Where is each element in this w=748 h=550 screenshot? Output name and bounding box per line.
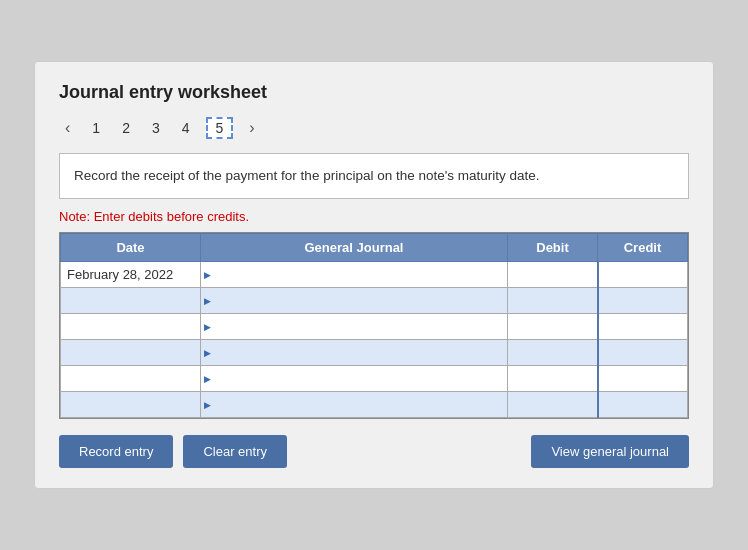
journal-cell-5[interactable] <box>201 366 508 392</box>
journal-cell-3[interactable] <box>201 314 508 340</box>
journal-table-wrapper: Date General Journal Debit Credit Februa… <box>59 232 689 419</box>
credit-cell-4[interactable] <box>598 340 688 366</box>
debit-cell-6[interactable] <box>508 392 598 418</box>
journal-cell-1[interactable] <box>201 262 508 288</box>
date-cell-3[interactable] <box>61 314 201 340</box>
prev-arrow[interactable]: ‹ <box>59 117 76 139</box>
journal-table: Date General Journal Debit Credit Februa… <box>60 233 688 418</box>
header-debit: Debit <box>508 234 598 262</box>
table-row <box>61 314 688 340</box>
date-cell-6[interactable] <box>61 392 201 418</box>
page-2[interactable]: 2 <box>116 118 136 138</box>
credit-cell-3[interactable] <box>598 314 688 340</box>
page-3[interactable]: 3 <box>146 118 166 138</box>
table-row <box>61 340 688 366</box>
debit-cell-3[interactable] <box>508 314 598 340</box>
description-text: Record the receipt of the payment for th… <box>74 168 540 183</box>
debit-cell-4[interactable] <box>508 340 598 366</box>
page-title: Journal entry worksheet <box>59 82 689 103</box>
date-cell-5[interactable] <box>61 366 201 392</box>
date-cell-2[interactable] <box>61 288 201 314</box>
pagination: ‹ 1 2 3 4 5 › <box>59 117 689 139</box>
page-1[interactable]: 1 <box>86 118 106 138</box>
table-row <box>61 392 688 418</box>
journal-cell-4[interactable] <box>201 340 508 366</box>
next-arrow[interactable]: › <box>243 117 260 139</box>
debit-cell-1[interactable] <box>508 262 598 288</box>
journal-cell-2[interactable] <box>201 288 508 314</box>
credit-cell-6[interactable] <box>598 392 688 418</box>
view-general-journal-button[interactable]: View general journal <box>531 435 689 468</box>
record-entry-button[interactable]: Record entry <box>59 435 173 468</box>
debit-cell-2[interactable] <box>508 288 598 314</box>
header-date: Date <box>61 234 201 262</box>
debit-cell-5[interactable] <box>508 366 598 392</box>
journal-cell-6[interactable] <box>201 392 508 418</box>
page-4[interactable]: 4 <box>176 118 196 138</box>
date-cell-4[interactable] <box>61 340 201 366</box>
table-row: February 28, 2022 <box>61 262 688 288</box>
table-row <box>61 288 688 314</box>
date-cell-1[interactable]: February 28, 2022 <box>61 262 201 288</box>
table-row <box>61 366 688 392</box>
description-box: Record the receipt of the payment for th… <box>59 153 689 199</box>
clear-entry-button[interactable]: Clear entry <box>183 435 287 468</box>
buttons-row: Record entry Clear entry View general jo… <box>59 435 689 468</box>
credit-cell-2[interactable] <box>598 288 688 314</box>
journal-entry-worksheet: Journal entry worksheet ‹ 1 2 3 4 5 › Re… <box>34 61 714 489</box>
credit-cell-1[interactable] <box>598 262 688 288</box>
page-5[interactable]: 5 <box>206 117 234 139</box>
table-header-row: Date General Journal Debit Credit <box>61 234 688 262</box>
header-journal: General Journal <box>201 234 508 262</box>
credit-cell-5[interactable] <box>598 366 688 392</box>
header-credit: Credit <box>598 234 688 262</box>
note-text: Note: Enter debits before credits. <box>59 209 689 224</box>
